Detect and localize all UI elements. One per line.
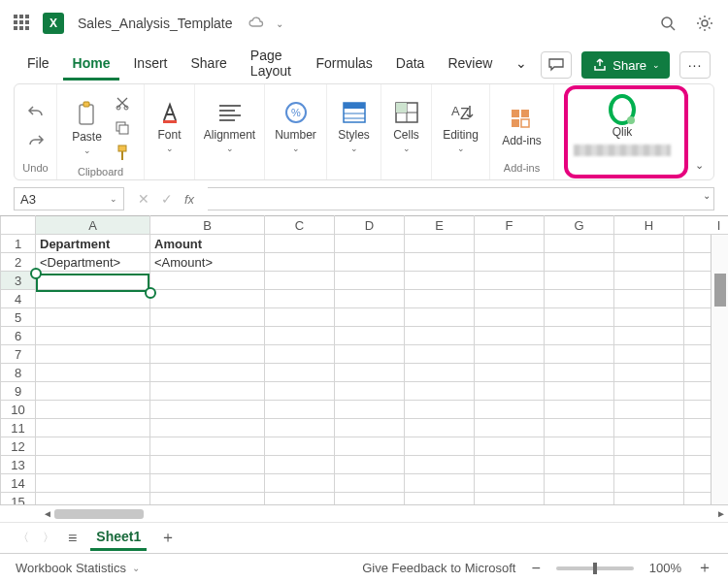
redo-button[interactable] (25, 130, 47, 151)
cell-G9[interactable] (545, 382, 614, 401)
cell-G6[interactable] (545, 327, 614, 345)
cell-E12[interactable] (405, 437, 475, 456)
sheet-nav-next[interactable]: 〉 (43, 530, 54, 546)
cell-F5[interactable] (475, 308, 545, 327)
cell-F10[interactable] (475, 401, 545, 419)
cell-F2[interactable] (475, 253, 545, 272)
cell-C2[interactable] (265, 253, 335, 272)
cell-D10[interactable] (335, 401, 405, 419)
cell-D3[interactable] (335, 272, 405, 290)
col-header-A[interactable]: A (36, 216, 150, 235)
name-box[interactable]: A3 ⌄ (14, 187, 124, 210)
row-header-12[interactable]: 12 (1, 437, 36, 456)
cell-H8[interactable] (614, 364, 684, 382)
cell-E9[interactable] (405, 382, 475, 401)
cell-A8[interactable] (36, 364, 150, 382)
row-header-5[interactable]: 5 (1, 308, 36, 327)
cell-A10[interactable] (36, 401, 150, 419)
cell-E2[interactable] (405, 253, 475, 272)
cell-E1[interactable] (405, 235, 475, 253)
number-button[interactable]: % Number ⌄ (271, 99, 320, 153)
cancel-formula-icon[interactable]: ✕ (138, 191, 149, 207)
sheet-nav-prev[interactable]: 〈 (17, 530, 29, 546)
cell-E7[interactable] (405, 345, 475, 364)
cell-C14[interactable] (265, 474, 335, 493)
tab-page-layout[interactable]: Page Layout (241, 42, 303, 88)
sheet-tab-sheet1[interactable]: Sheet1 (90, 525, 147, 551)
cell-B4[interactable] (150, 290, 265, 308)
tab-review[interactable]: Review (438, 49, 502, 81)
scroll-left-icon[interactable]: ◄ (41, 508, 54, 519)
row-header-6[interactable]: 6 (1, 327, 36, 345)
tab-file[interactable]: File (17, 49, 59, 81)
selection-handle-tl[interactable] (30, 268, 42, 279)
cell-E13[interactable] (405, 456, 475, 474)
formula-bar[interactable] (208, 187, 714, 210)
cell-C3[interactable] (265, 272, 335, 290)
cell-H6[interactable] (614, 327, 684, 345)
search-icon[interactable] (658, 14, 678, 33)
cell-A7[interactable] (36, 345, 150, 364)
col-header-B[interactable]: B (150, 216, 265, 235)
cell-H7[interactable] (614, 345, 684, 364)
feedback-link[interactable]: Give Feedback to Microsoft (362, 561, 515, 575)
namebox-dropdown-icon[interactable]: ⌄ (110, 194, 117, 204)
app-launcher-icon[interactable] (14, 15, 31, 32)
cell-G10[interactable] (545, 401, 614, 419)
cell-E5[interactable] (405, 308, 475, 327)
cell-D1[interactable] (335, 235, 405, 253)
cell-E11[interactable] (405, 419, 475, 437)
cell-C11[interactable] (265, 419, 335, 437)
fx-icon[interactable]: fx (184, 192, 194, 207)
cell-B15[interactable] (150, 493, 265, 505)
cell-B11[interactable] (150, 419, 265, 437)
cell-B13[interactable] (150, 456, 265, 474)
cell-C5[interactable] (265, 308, 335, 327)
cell-H14[interactable] (614, 474, 684, 493)
cell-D9[interactable] (335, 382, 405, 401)
cells-button[interactable]: Cells ⌄ (389, 99, 424, 153)
workbook-statistics[interactable]: Workbook Statistics (16, 561, 126, 575)
cell-A5[interactable] (36, 308, 150, 327)
zoom-level[interactable]: 100% (649, 561, 681, 575)
undo-button[interactable] (25, 101, 47, 122)
comments-button[interactable] (541, 51, 572, 79)
qlik-addin-button[interactable]: Qlik (605, 96, 640, 139)
cell-D4[interactable] (335, 290, 405, 308)
cell-A3[interactable] (36, 272, 150, 290)
row-header-1[interactable]: 1 (1, 235, 36, 253)
cell-D13[interactable] (335, 456, 405, 474)
row-header-8[interactable]: 8 (1, 364, 36, 382)
stats-dropdown-icon[interactable]: ⌄ (132, 563, 140, 573)
row-header-13[interactable]: 13 (1, 456, 36, 474)
cell-F15[interactable] (475, 493, 545, 505)
cell-C4[interactable] (265, 290, 335, 308)
cell-G11[interactable] (545, 419, 614, 437)
cell-E15[interactable] (405, 493, 475, 505)
col-header-I[interactable]: I (684, 216, 729, 235)
cell-A14[interactable] (36, 474, 150, 493)
cell-H2[interactable] (614, 253, 684, 272)
tab-formulas[interactable]: Formulas (306, 49, 381, 81)
cell-A2[interactable]: <Department> (36, 253, 150, 272)
cell-G4[interactable] (545, 290, 614, 308)
cell-D7[interactable] (335, 345, 405, 364)
cell-H11[interactable] (614, 419, 684, 437)
cell-C13[interactable] (265, 456, 335, 474)
paste-button[interactable]: Paste ⌄ (68, 101, 106, 155)
row-header-9[interactable]: 9 (1, 382, 36, 401)
cell-F11[interactable] (475, 419, 545, 437)
cell-F8[interactable] (475, 364, 545, 382)
cell-C1[interactable] (265, 235, 335, 253)
cell-H15[interactable] (614, 493, 684, 505)
enter-formula-icon[interactable]: ✓ (161, 191, 173, 207)
cell-C6[interactable] (265, 327, 335, 345)
cell-F12[interactable] (475, 437, 545, 456)
row-header-11[interactable]: 11 (1, 419, 36, 437)
cell-G15[interactable] (545, 493, 614, 505)
cell-C7[interactable] (265, 345, 335, 364)
cell-B10[interactable] (150, 401, 265, 419)
add-sheet-button[interactable]: ＋ (160, 528, 176, 548)
col-header-C[interactable]: C (265, 216, 335, 235)
cell-E8[interactable] (405, 364, 475, 382)
